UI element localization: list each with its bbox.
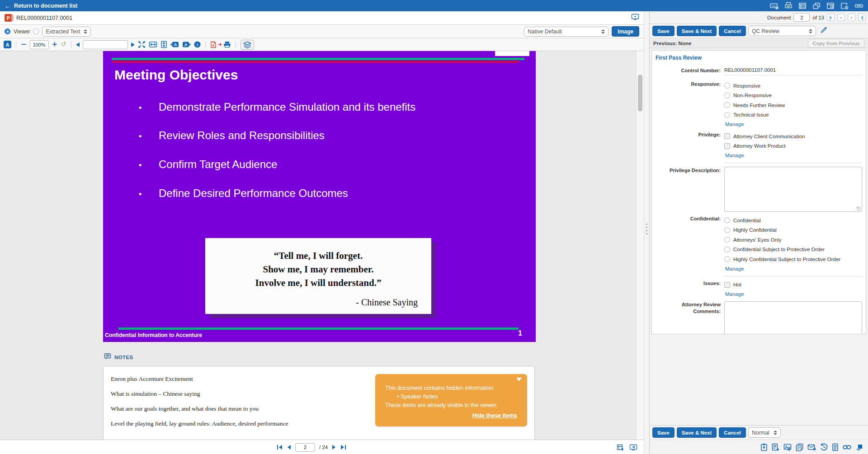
document-icon[interactable]: [832, 443, 839, 451]
pop-out-timed-icon[interactable]: [840, 2, 849, 9]
viewer-sync-icon[interactable]: [631, 14, 639, 22]
info-icon[interactable]: i: [194, 41, 201, 48]
form-title-link[interactable]: First Pass Review: [656, 55, 862, 61]
privilege-option[interactable]: Attorney Work Product: [724, 141, 862, 151]
last-page-icon[interactable]: [340, 445, 346, 450]
collapse-banner-icon[interactable]: [516, 378, 522, 381]
resize-grip-icon[interactable]: [857, 206, 861, 211]
manage-privilege-link[interactable]: Manage: [725, 153, 744, 158]
layout-icon[interactable]: [826, 2, 835, 9]
viewer-search-input[interactable]: [83, 40, 128, 49]
confidential-option[interactable]: Confidential: [724, 215, 862, 225]
duplicates-icon[interactable]: [812, 2, 821, 9]
image-mode-button[interactable]: Image: [612, 26, 639, 37]
layout-select[interactable]: QC Review: [748, 26, 816, 36]
attorney-review-comments-textarea[interactable]: [724, 301, 862, 334]
previous-result-icon[interactable]: [76, 42, 80, 47]
text-options-icon[interactable]: A: [4, 41, 11, 48]
manage-confidential-link[interactable]: Manage: [725, 266, 744, 271]
email-icon[interactable]: [807, 444, 816, 451]
radio-icon[interactable]: [724, 93, 730, 98]
radio-icon[interactable]: [724, 102, 730, 108]
confidential-option[interactable]: Highly Confidential Subject to Protectiv…: [724, 254, 862, 264]
copy-from-previous-button[interactable]: Copy from Previous: [808, 39, 864, 47]
edit-layout-icon[interactable]: [820, 27, 827, 36]
divider-drag-handle[interactable]: [646, 224, 648, 234]
option-label: Highly Confidential Subject to Protectiv…: [733, 257, 840, 262]
clipboard-icon[interactable]: [760, 443, 768, 451]
scrollbar-thumb[interactable]: [638, 75, 642, 112]
fit-height-icon[interactable]: [160, 41, 167, 48]
next-result-icon[interactable]: [131, 42, 135, 47]
confidential-option[interactable]: Highly Confidential: [724, 225, 862, 235]
print-pdf-icon[interactable]: A: [210, 41, 231, 48]
layers-icon[interactable]: [241, 40, 254, 50]
delete-icon[interactable]: [855, 443, 863, 451]
next-document-button[interactable]: ›: [848, 14, 855, 21]
add-document-icon[interactable]: [772, 443, 779, 451]
responsive-option[interactable]: Technical Issue: [724, 110, 862, 120]
text-mode-radio[interactable]: [33, 28, 39, 34]
responsive-option[interactable]: Non-Responsive: [724, 91, 862, 101]
radio-icon[interactable]: [724, 227, 730, 233]
page-number-input[interactable]: [295, 443, 315, 452]
rotate-icon[interactable]: ↺: [61, 41, 66, 48]
next-page-icon[interactable]: [332, 445, 336, 450]
privilege-option[interactable]: Attorney Client Communication: [724, 131, 862, 141]
native-viewer-mode-select[interactable]: Native Default: [524, 27, 609, 37]
thumbnail-pane-icon[interactable]: [617, 444, 625, 451]
checkbox-icon[interactable]: [724, 133, 730, 139]
print-icon[interactable]: [784, 2, 793, 9]
keyboard-shortcuts-icon[interactable]: [770, 2, 778, 9]
return-to-document-list-link[interactable]: ← Return to document list: [5, 2, 77, 9]
copy-documents-icon[interactable]: [796, 443, 803, 451]
extracted-text-select[interactable]: Extracted Text: [42, 27, 91, 37]
pane-resize-divider[interactable]: [644, 11, 650, 454]
link-icon[interactable]: [843, 445, 851, 450]
save-and-next-button[interactable]: Save & Next: [677, 26, 717, 36]
image-error-icon[interactable]: [783, 444, 792, 451]
radio-icon[interactable]: [724, 83, 730, 89]
cancel-button-bottom[interactable]: Cancel: [719, 427, 746, 438]
first-page-icon[interactable]: [277, 445, 283, 450]
checkbox-icon[interactable]: [724, 282, 730, 288]
save-and-next-button-bottom[interactable]: Save & Next: [677, 427, 717, 438]
fit-width-icon[interactable]: [149, 41, 157, 48]
next-highlight-icon[interactable]: A: [182, 41, 191, 48]
zoom-out-icon[interactable]: −: [21, 41, 27, 48]
document-number-input[interactable]: [793, 13, 810, 22]
hide-these-items-link[interactable]: Hide these items: [385, 412, 517, 419]
zoom-in-icon[interactable]: +: [52, 41, 58, 48]
responsive-option[interactable]: Responsive: [724, 81, 862, 91]
zoom-level-input[interactable]: [30, 40, 49, 49]
first-document-button[interactable]: |‹: [827, 14, 835, 21]
privilege-description-textarea[interactable]: [724, 167, 862, 212]
document-list-icon[interactable]: [798, 2, 807, 9]
checkbox-icon[interactable]: [724, 143, 730, 149]
responsive-option[interactable]: Needs Further Review: [724, 100, 862, 110]
radio-icon[interactable]: [724, 256, 730, 262]
radio-icon[interactable]: [724, 237, 730, 243]
previous-document-button[interactable]: ‹: [837, 14, 845, 21]
manage-issues-link[interactable]: Manage: [725, 291, 744, 297]
save-button-bottom[interactable]: Save: [652, 427, 675, 438]
issues-option[interactable]: Hot: [724, 280, 862, 290]
radio-icon[interactable]: [724, 247, 730, 253]
manage-responsive-link[interactable]: Manage: [725, 122, 744, 127]
viewer-mode-radio[interactable]: [5, 28, 10, 34]
cancel-button[interactable]: Cancel: [719, 26, 746, 36]
popout-viewer-icon[interactable]: [629, 444, 637, 451]
viewer-scrollbar[interactable]: [636, 51, 644, 440]
radio-icon[interactable]: [724, 112, 730, 118]
previous-page-icon[interactable]: [287, 445, 291, 450]
confidential-option[interactable]: Confidential Subject to Protective Order: [724, 245, 862, 255]
layout-select-bottom[interactable]: Normal: [748, 427, 781, 438]
radio-icon[interactable]: [724, 217, 730, 223]
history-icon[interactable]: [820, 443, 828, 451]
previous-highlight-icon[interactable]: A: [170, 41, 179, 48]
last-document-button[interactable]: ›|: [858, 14, 866, 21]
save-button[interactable]: Save: [652, 26, 675, 36]
fit-actual-size-icon[interactable]: [138, 41, 146, 48]
dock-icon[interactable]: [854, 3, 863, 9]
confidential-option[interactable]: Attorneys' Eyes Only: [724, 235, 862, 245]
